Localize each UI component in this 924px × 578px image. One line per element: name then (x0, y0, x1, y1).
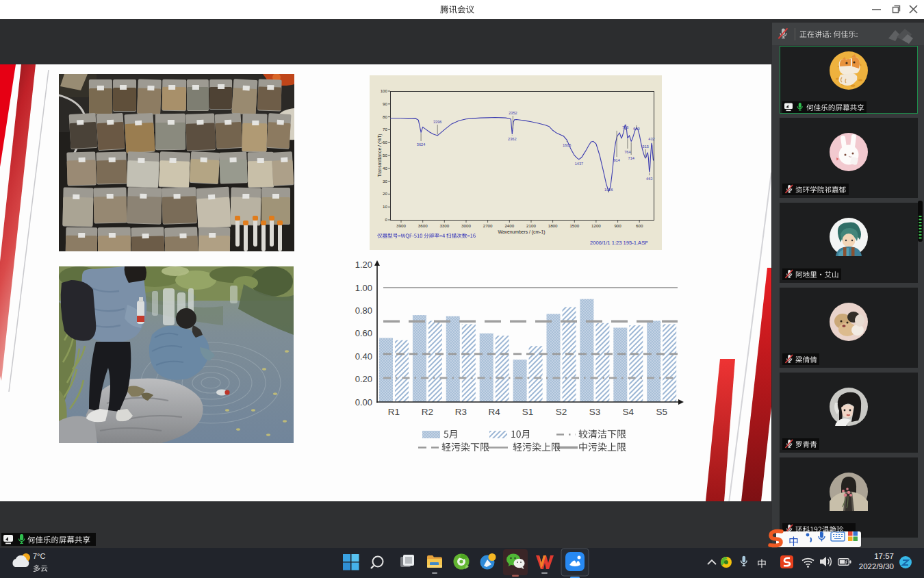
svg-text:R1: R1 (388, 407, 400, 417)
svg-text:1437: 1437 (575, 162, 583, 166)
svg-text:796: 796 (622, 125, 628, 129)
svg-text:R3: R3 (455, 407, 467, 417)
svg-text:714: 714 (628, 156, 634, 160)
svg-text:1800: 1800 (548, 223, 558, 228)
svg-text:3624: 3624 (417, 142, 425, 147)
svg-text:S5: S5 (656, 407, 667, 417)
svg-text:3300: 3300 (439, 223, 449, 228)
svg-text:2400: 2400 (504, 223, 514, 228)
svg-text:90: 90 (383, 101, 387, 106)
svg-text:600: 600 (636, 223, 643, 228)
svg-text:0.80: 0.80 (355, 305, 372, 316)
svg-text:S2: S2 (556, 407, 567, 417)
svg-text:1605: 1605 (563, 143, 571, 147)
svg-text:640: 640 (633, 127, 639, 131)
svg-text:3600: 3600 (418, 223, 428, 228)
svg-text:10: 10 (383, 204, 387, 209)
svg-text:2352: 2352 (509, 111, 517, 115)
svg-text:20: 20 (383, 191, 387, 196)
svg-text:0.60: 0.60 (355, 328, 372, 338)
svg-text:3000: 3000 (461, 223, 471, 228)
svg-text:914: 914 (613, 158, 619, 162)
svg-text:1026: 1026 (604, 188, 613, 192)
svg-text:3900: 3900 (396, 223, 406, 228)
svg-text:0.20: 0.20 (355, 374, 372, 384)
svg-text:R2: R2 (422, 407, 433, 417)
svg-text:432: 432 (648, 137, 654, 141)
svg-text:0.00: 0.00 (355, 397, 372, 407)
svg-text:R4: R4 (489, 407, 501, 417)
svg-text:30: 30 (383, 179, 387, 184)
svg-text:1.20: 1.20 (355, 260, 372, 270)
svg-text:S1: S1 (522, 407, 534, 417)
svg-text:2700: 2700 (483, 223, 493, 228)
svg-text:1500: 1500 (569, 223, 579, 228)
svg-text:Wavenumbers / (cm-1): Wavenumbers / (cm-1) (498, 229, 546, 235)
svg-text:Transmittance / (%T): Transmittance / (%T) (377, 134, 383, 177)
svg-text:0.40: 0.40 (355, 351, 372, 362)
svg-text:2006/1/1 1:23 195-1.ASF: 2006/1/1 1:23 195-1.ASF (590, 240, 648, 246)
svg-text:60: 60 (383, 140, 387, 144)
svg-text:40: 40 (383, 166, 387, 171)
svg-text:1.00: 1.00 (355, 283, 372, 293)
svg-text:S4: S4 (623, 407, 634, 417)
svg-text:50: 50 (383, 153, 387, 158)
svg-text:2362: 2362 (508, 137, 516, 141)
svg-text:515: 515 (643, 144, 649, 149)
svg-text:80: 80 (383, 114, 387, 119)
svg-text:900: 900 (614, 223, 621, 228)
svg-text:0: 0 (385, 217, 388, 222)
svg-text:764: 764 (624, 150, 630, 154)
svg-text:3396: 3396 (433, 120, 441, 124)
svg-text:1200: 1200 (591, 223, 601, 228)
svg-text:S3: S3 (589, 407, 601, 417)
svg-text:70: 70 (383, 127, 387, 131)
svg-text:100: 100 (381, 88, 388, 93)
svg-text:463: 463 (646, 177, 652, 181)
svg-text:2100: 2100 (526, 223, 536, 228)
